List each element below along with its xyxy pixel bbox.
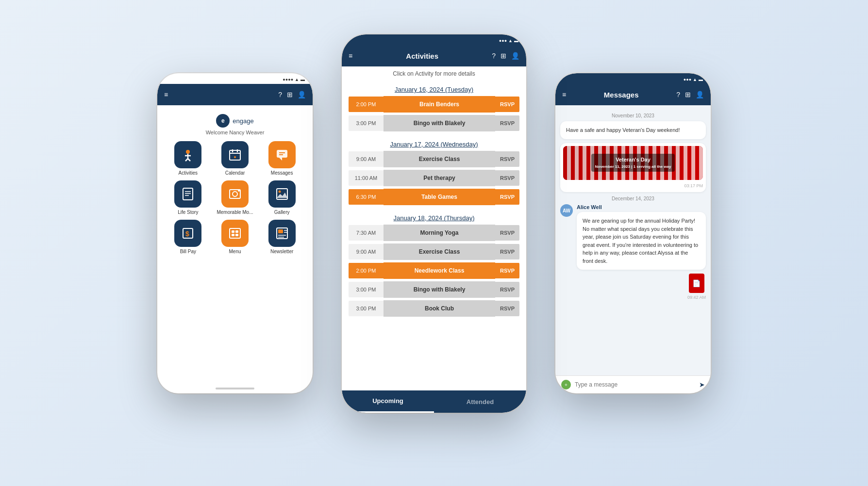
activity-row[interactable]: 3:00 PM Bingo with Blakely RSVP	[349, 281, 519, 298]
pdf-icon: 📄	[689, 274, 704, 293]
lifestory-icon-item[interactable]: Life Story	[167, 180, 209, 215]
alice-well-message: AW Alice Well We are gearing up for the …	[560, 204, 706, 270]
send-icon[interactable]: ➤	[699, 381, 705, 389]
activity-rsvp[interactable]: RSVP	[495, 115, 519, 131]
center-grid-icon[interactable]: ⊞	[501, 52, 506, 60]
activity-row[interactable]: 9:00 AM Exercise Class RSVP	[349, 151, 519, 167]
engage-logo-text: engage	[233, 117, 253, 125]
activity-name[interactable]: Exercise Class	[384, 151, 495, 167]
activity-rsvp[interactable]: RSVP	[495, 151, 519, 167]
svg-line-4	[188, 159, 190, 161]
activities-subtitle: Click on Activity for more details	[342, 66, 526, 79]
center-menu-icon[interactable]: ≡	[349, 52, 352, 60]
activity-rsvp[interactable]: RSVP	[495, 244, 519, 259]
newsletter-icon-item[interactable]: Newsletter	[261, 220, 303, 254]
activity-name[interactable]: Exercise Class	[384, 243, 495, 260]
activity-name[interactable]: Bingo with Blakely	[384, 115, 495, 131]
activities-screen[interactable]: Click on Activity for more details Janua…	[342, 66, 526, 390]
svg-rect-28	[235, 230, 238, 233]
activity-row[interactable]: 2:00 PM Brain Benders RSVP	[349, 96, 519, 113]
msg-time: 03:17 PM	[563, 183, 703, 190]
activity-time: 9:00 AM	[349, 151, 384, 167]
center-user-icon[interactable]: 👤	[511, 52, 519, 60]
activity-row[interactable]: 3:00 PM Bingo with Blakely RSVP	[349, 115, 519, 131]
gallery-icon-item[interactable]: Gallery	[261, 180, 303, 215]
wifi-icon-right: ▲	[693, 77, 697, 82]
right-menu-icon[interactable]: ≡	[562, 91, 566, 98]
menu-icon[interactable]: ≡	[164, 91, 168, 98]
attach-icon[interactable]: +	[561, 380, 571, 389]
center-header-icons: ? ⊞ 👤	[492, 52, 519, 60]
gallery-icon-box	[268, 180, 296, 208]
calendar-icon-item[interactable]: Calendar	[214, 141, 256, 176]
alice-msg-bubble: We are gearing up for the annual Holiday…	[577, 212, 706, 270]
phone-center-screen: ●●● ▲ ▬ ≡ Activities ? ⊞ 👤 Click on Acti…	[342, 34, 526, 413]
flag-overlay: Veteran's Day November 11, 2023 | 1 serv…	[591, 154, 675, 172]
activity-rsvp[interactable]: RSVP	[495, 282, 519, 297]
signal-icon: ●●●●	[283, 77, 293, 82]
lifestory-icon-box	[174, 180, 201, 208]
activity-name[interactable]: Morning Yoga	[384, 225, 495, 241]
activity-time: 9:00 AM	[349, 244, 384, 259]
icon-grid: Activities Cal	[162, 141, 308, 254]
right-grid-icon[interactable]: ⊞	[685, 91, 691, 98]
date-header-2: January 17, 2024 (Wednesday)	[349, 137, 519, 151]
messages-icon-item[interactable]: Messages	[261, 141, 303, 176]
message-input[interactable]	[575, 381, 695, 388]
engage-logo: e engage	[216, 114, 253, 128]
center-header-title: Activities	[406, 52, 438, 60]
svg-rect-5	[230, 150, 240, 160]
activity-row[interactable]: 3:00 PM Book Club RSVP	[349, 300, 519, 317]
billpay-icon-item[interactable]: $ Bill Pay	[167, 220, 209, 254]
user-icon[interactable]: 👤	[298, 91, 306, 98]
calendar-icon-box	[221, 141, 249, 168]
activity-name[interactable]: Pet therapy	[384, 170, 495, 186]
activity-name[interactable]: Brain Benders	[384, 96, 495, 113]
day-section-3: January 18, 2024 (Thursday) 7:30 AM Morn…	[342, 208, 526, 317]
activity-row[interactable]: 11:00 AM Pet therapy RSVP	[349, 170, 519, 186]
activity-rsvp[interactable]: RSVP	[495, 263, 519, 278]
activity-name[interactable]: Bingo with Blakely	[384, 281, 495, 298]
activity-rsvp[interactable]: RSVP	[495, 301, 519, 316]
engage-logo-icon: e	[216, 114, 230, 128]
welcome-text: Welcome Nancy Weaver	[206, 130, 265, 135]
grid-icon[interactable]: ⊞	[287, 91, 293, 98]
activity-rsvp[interactable]: RSVP	[495, 97, 519, 112]
messages-screen[interactable]: November 10, 2023 Have a safe and happy …	[555, 105, 711, 375]
svg-point-9	[234, 156, 236, 158]
activity-rsvp[interactable]: RSVP	[495, 225, 519, 241]
activity-rsvp[interactable]: RSVP	[495, 189, 519, 205]
question-icon[interactable]: ?	[278, 91, 282, 98]
svg-rect-32	[278, 229, 283, 233]
activity-name[interactable]: Needlework Class	[384, 262, 495, 279]
activities-icon-item[interactable]: Activities	[167, 141, 209, 176]
svg-rect-26	[230, 228, 240, 238]
phone-left: ●●●● ▲ ▬ ≡ ? ⊞ 👤 e	[157, 73, 313, 393]
status-bar-left: ●●●● ▲ ▬	[157, 73, 313, 84]
activity-rsvp[interactable]: RSVP	[495, 170, 519, 186]
activity-row[interactable]: 7:30 AM Morning Yoga RSVP	[349, 225, 519, 241]
pdf-bubble[interactable]: 📄 09:42 AM	[687, 274, 706, 300]
attended-tab[interactable]: Attended	[434, 390, 526, 413]
phone-left-screen: ●●●● ▲ ▬ ≡ ? ⊞ 👤 e	[157, 73, 313, 393]
right-user-icon[interactable]: 👤	[696, 91, 704, 98]
battery-icon-right: ▬	[699, 77, 703, 82]
home-screen: e engage Welcome Nancy Weaver	[157, 105, 313, 384]
activity-row[interactable]: 2:00 PM Needlework Class RSVP	[349, 262, 519, 279]
upcoming-tab[interactable]: Upcoming	[342, 390, 434, 413]
activity-row[interactable]: 9:00 AM Exercise Class RSVP	[349, 243, 519, 260]
center-question-icon[interactable]: ?	[492, 52, 496, 60]
battery-icon-center: ▬	[514, 38, 518, 43]
status-icons: ●●●● ▲ ▬	[283, 77, 305, 82]
memorable-icon-item[interactable]: Memorable Mo...	[214, 180, 256, 215]
right-question-icon[interactable]: ?	[676, 91, 680, 98]
activity-name[interactable]: Book Club	[384, 300, 495, 317]
activities-label: Activities	[179, 170, 198, 176]
activity-time: 3:00 PM	[349, 301, 384, 316]
menu-icon-item[interactable]: Menu	[214, 220, 256, 254]
status-bar-center: ●●● ▲ ▬	[342, 34, 526, 45]
svg-rect-27	[232, 230, 234, 233]
activity-name[interactable]: Table Games	[384, 189, 495, 205]
messages-label: Messages	[271, 170, 293, 176]
activity-row[interactable]: 6:30 PM Table Games RSVP	[349, 189, 519, 205]
